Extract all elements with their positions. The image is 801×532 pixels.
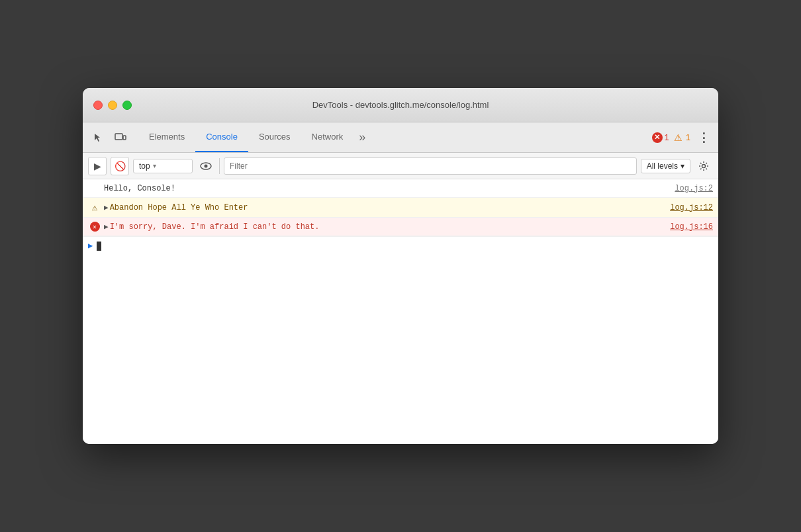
warning-badge[interactable]: ⚠ 1 [673, 132, 690, 143]
title-bar: DevTools - devtools.glitch.me/console/lo… [83, 88, 718, 122]
live-expressions-button[interactable] [197, 157, 215, 175]
error-row-icon: ✕ [88, 222, 101, 232]
console-message-3: I'm sorry, Dave. I'm afraid I can't do t… [110, 222, 660, 232]
console-link-2[interactable]: log.js:12 [659, 203, 713, 212]
context-dropdown-arrow: ▾ [153, 162, 156, 169]
tab-elements[interactable]: Elements [138, 122, 195, 152]
tab-network[interactable]: Network [301, 122, 354, 152]
console-cursor [97, 242, 101, 251]
minimize-button[interactable] [108, 101, 117, 110]
warning-triangle-icon: ⚠ [92, 202, 97, 213]
tab-bar: Elements Console Sources Network » ✕ 1 [83, 122, 718, 153]
console-row-warning: ⚠ ▶ Abandon Hope All Ye Who Enter log.js… [83, 198, 718, 218]
traffic-lights [93, 101, 132, 110]
error-icon: ✕ [652, 132, 663, 143]
svg-point-3 [205, 164, 208, 167]
clear-console-button[interactable]: 🚫 [111, 157, 129, 175]
cursor-icon [93, 132, 103, 143]
error-badge[interactable]: ✕ 1 [652, 132, 669, 143]
levels-dropdown-arrow: ▾ [681, 161, 684, 171]
tab-sources[interactable]: Sources [248, 122, 301, 152]
more-options-button[interactable]: ⋮ [694, 128, 713, 147]
console-message-2: Abandon Hope All Ye Who Enter [110, 203, 660, 212]
console-message-1: Hello, Console! [104, 184, 664, 193]
svg-point-4 [702, 164, 706, 167]
prompt-arrow-icon: ▶ [88, 241, 93, 251]
console-settings-button[interactable] [694, 157, 713, 175]
toolbar-divider [219, 158, 220, 174]
warning-icon: ⚠ [673, 132, 684, 143]
device-icon [115, 132, 126, 143]
svg-rect-1 [123, 136, 126, 140]
svg-rect-0 [115, 134, 122, 140]
console-row-error: ✕ ▶ I'm sorry, Dave. I'm afraid I can't … [83, 218, 718, 236]
gear-icon [698, 161, 709, 171]
console-input-row[interactable]: ▶ [83, 236, 718, 255]
console-link-3[interactable]: log.js:16 [659, 222, 713, 232]
show-sidebar-button[interactable]: ▶ [88, 157, 107, 175]
error-circle-icon: ✕ [90, 222, 100, 232]
badge-group: ✕ 1 ⚠ 1 [652, 132, 690, 143]
expand-arrow-error[interactable]: ▶ [104, 222, 109, 231]
eye-icon [200, 162, 212, 170]
devtools-window: DevTools - devtools.glitch.me/console/lo… [83, 88, 718, 444]
context-selector[interactable]: top ▾ [133, 159, 193, 173]
console-link-1[interactable]: log.js:2 [664, 184, 713, 193]
tab-bar-left [88, 128, 130, 148]
more-tabs-button[interactable]: » [353, 122, 371, 152]
console-output: Hello, Console! log.js:2 ⚠ ▶ Abandon Hop… [83, 179, 718, 444]
tabs: Elements Console Sources Network » [138, 122, 652, 152]
log-levels-selector[interactable]: All levels ▾ [641, 159, 690, 173]
close-button[interactable] [93, 101, 103, 110]
console-toolbar: ▶ 🚫 top ▾ All levels ▾ [83, 153, 718, 179]
inspect-element-button[interactable] [88, 128, 108, 148]
expand-arrow-warning[interactable]: ▶ [104, 203, 109, 212]
tab-bar-right: ✕ 1 ⚠ 1 ⋮ [652, 128, 713, 147]
console-row-normal: Hello, Console! log.js:2 [83, 179, 718, 198]
filter-input[interactable] [224, 157, 637, 175]
maximize-button[interactable] [122, 101, 132, 110]
device-toggle-button[interactable] [111, 128, 130, 148]
warning-row-icon: ⚠ [88, 202, 101, 213]
window-title: DevTools - devtools.glitch.me/console/lo… [312, 100, 489, 110]
tab-console[interactable]: Console [195, 122, 248, 152]
